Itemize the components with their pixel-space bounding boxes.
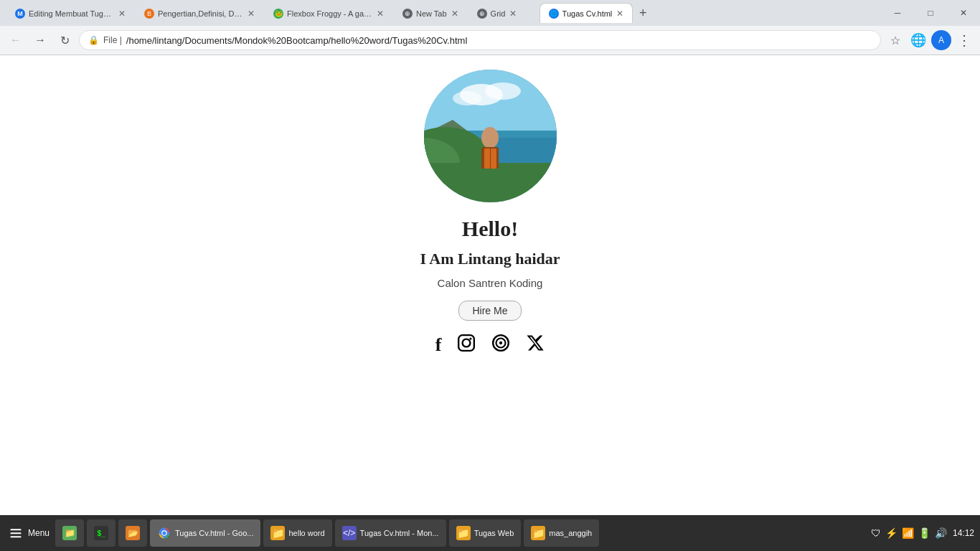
- tab-grid[interactable]: ⊕ Grid ✕: [468, 3, 540, 23]
- new-tab-button[interactable]: +: [633, 3, 653, 23]
- tab-close-newtab[interactable]: ✕: [451, 9, 458, 19]
- window-controls: ─ □ ✕: [881, 0, 980, 26]
- svg-point-19: [499, 342, 502, 344]
- whatsapp-icon[interactable]: [491, 334, 510, 357]
- profile-photo: [424, 70, 557, 202]
- forward-button[interactable]: →: [30, 30, 50, 50]
- taskbar-item-cv-editor[interactable]: </> Tugas Cv.html - Mon...: [335, 519, 446, 547]
- svg-point-16: [470, 337, 472, 339]
- svg-point-2: [485, 83, 521, 100]
- tab-editing[interactable]: M Editing Membuat Tugas... ✕: [6, 3, 135, 23]
- tab-label-pengertian: Pengertian,Definisi, Da...: [158, 9, 243, 18]
- tab-label-grid: Grid: [491, 9, 506, 18]
- address-text: /home/lintang/Documents/Mondok%20Bootcam…: [126, 35, 872, 46]
- address-prefix: File |: [103, 35, 122, 45]
- tab-label-editing: Editing Membuat Tugas...: [29, 9, 114, 18]
- restore-button[interactable]: □: [914, 0, 947, 26]
- battery-icon: 🔋: [918, 527, 930, 539]
- svg-point-10: [481, 127, 499, 149]
- tab-pengertian[interactable]: B Pengertian,Definisi, Da... ✕: [135, 3, 264, 23]
- taskbar-icon-terminal: $_: [94, 526, 108, 540]
- taskbar-start: Menu: [6, 523, 50, 543]
- tab-close-editing[interactable]: ✕: [118, 9, 126, 19]
- svg-rect-20: [11, 529, 22, 530]
- taskbar-icon-hello: 📁: [270, 526, 285, 540]
- close-button[interactable]: ✕: [947, 0, 980, 26]
- tab-icon-grid: ⊕: [477, 9, 487, 19]
- tab-label-flexbox: Flexbox Froggy - A gam...: [287, 9, 372, 18]
- tab-close-grid[interactable]: ✕: [509, 9, 517, 19]
- reload-button[interactable]: ↻: [55, 30, 75, 50]
- address-bar[interactable]: 🔒 File | /home/lintang/Documents/Mondok%…: [79, 30, 881, 50]
- menu-label: Menu: [28, 528, 50, 538]
- menu-icon[interactable]: [6, 523, 26, 543]
- svg-rect-21: [11, 532, 22, 534]
- tab-close-flexbox[interactable]: ✕: [377, 9, 384, 19]
- browser-controls: ← → ↻ 🔒 File | /home/lintang/Documents/M…: [0, 26, 980, 55]
- tab-flexbox[interactable]: 🐸 Flexbox Froggy - A gam... ✕: [264, 3, 393, 23]
- tab-icon-orange: B: [144, 9, 154, 19]
- taskbar-icon-files: 📁: [62, 526, 77, 540]
- network-icon: 📶: [902, 527, 914, 539]
- tab-bar: M Editing Membuat Tugas... ✕ B Pengertia…: [0, 0, 980, 26]
- svg-rect-13: [491, 149, 496, 169]
- taskbar-label-tugas-web: Tugas Web: [474, 529, 514, 537]
- taskbar-label-cv-chrome: Tugas Cv.html - Goo...: [175, 529, 253, 537]
- taskbar-item-mas-anggih[interactable]: 📁 mas_anggih: [524, 519, 599, 547]
- taskbar-right: 🛡 ⚡ 📶 🔋 🔊 14:12: [871, 527, 974, 539]
- security-icon: 🔒: [88, 35, 99, 45]
- page-content: Hello! I Am Lintang haidar Calon Santren…: [0, 55, 980, 516]
- taskbar-icon-tugas-web: 📁: [456, 526, 471, 540]
- svg-point-15: [463, 339, 471, 347]
- subtitle-text: Calon Santren Koding: [438, 277, 543, 289]
- taskbar-system-icons: 🛡 ⚡ 📶 🔋 🔊: [871, 527, 947, 539]
- social-icons: f: [435, 334, 545, 357]
- shield-icon: 🛡: [871, 527, 881, 539]
- taskbar-icon-editor: </>: [342, 526, 357, 540]
- browser-chrome: M Editing Membuat Tugas... ✕ B Pengertia…: [0, 0, 980, 55]
- tab-close-pengertian[interactable]: ✕: [248, 9, 255, 19]
- tab-icon-tugas: 🌐: [549, 9, 559, 19]
- svg-rect-12: [484, 149, 490, 169]
- bluetooth-icon: ⚡: [885, 527, 897, 539]
- instagram-icon[interactable]: [457, 334, 476, 357]
- taskbar-label-editor: Tugas Cv.html - Mon...: [360, 529, 439, 537]
- sound-icon: 🔊: [935, 527, 947, 539]
- tab-icon-m: M: [15, 9, 25, 19]
- taskbar-item-terminal[interactable]: $_: [87, 519, 116, 547]
- svg-rect-14: [458, 335, 474, 351]
- tab-close-tugas[interactable]: ✕: [616, 9, 623, 19]
- name-heading: I Am Lintang haidar: [420, 250, 560, 268]
- svg-rect-9: [424, 163, 557, 202]
- taskbar-item-hello-word[interactable]: 📁 hello word: [263, 519, 331, 547]
- bookmark-button[interactable]: ☆: [885, 30, 905, 50]
- profile-avatar[interactable]: A: [931, 30, 951, 50]
- taskbar-item-cv-chrome[interactable]: Tugas Cv.html - Goo...: [150, 519, 260, 547]
- taskbar-icon-mas-anggih: 📁: [531, 526, 545, 540]
- minimize-button[interactable]: ─: [881, 0, 914, 26]
- tab-icon-newtab: ⊕: [402, 9, 413, 19]
- twitter-icon[interactable]: [526, 334, 545, 357]
- tab-label-newtab: New Tab: [416, 9, 447, 18]
- hire-me-button[interactable]: Hire Me: [458, 301, 521, 321]
- tab-newtab[interactable]: ⊕ New Tab ✕: [393, 3, 468, 23]
- taskbar: Menu 📁 $_ 📂 Tugas Cv.html - Goo... 📁 hel…: [0, 515, 980, 551]
- taskbar-icon-filemanager: 📂: [126, 526, 140, 540]
- clock: 14:12: [953, 528, 974, 538]
- facebook-icon[interactable]: f: [435, 334, 442, 356]
- translate-icon[interactable]: 🌐: [908, 30, 928, 50]
- tab-tugas[interactable]: 🌐 Tugas Cv.html ✕: [540, 3, 633, 23]
- taskbar-chrome-icon: [157, 526, 171, 540]
- back-button[interactable]: ←: [6, 30, 26, 50]
- taskbar-item-filemanager[interactable]: 📂: [118, 519, 147, 547]
- tab-label-tugas: Tugas Cv.html: [562, 9, 613, 18]
- taskbar-item-files[interactable]: 📁: [55, 519, 84, 547]
- menu-button[interactable]: ⋮: [954, 30, 974, 50]
- greeting-text: Hello!: [462, 217, 518, 241]
- browser-actions: ☆ 🌐 A ⋮: [885, 30, 974, 50]
- svg-rect-22: [11, 536, 22, 537]
- tab-icon-green: 🐸: [273, 9, 283, 19]
- svg-point-3: [453, 91, 481, 105]
- taskbar-item-tugas-web[interactable]: 📁 Tugas Web: [449, 519, 522, 547]
- taskbar-label-mas-anggih: mas_anggih: [549, 529, 592, 537]
